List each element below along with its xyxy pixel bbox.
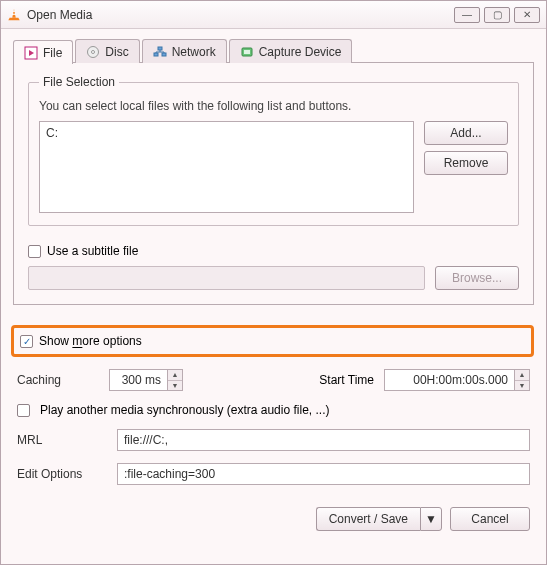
file-list[interactable]: C: — [39, 121, 414, 213]
caching-input[interactable] — [109, 369, 167, 391]
browse-subtitle-button: Browse... — [435, 266, 519, 290]
tab-network-label: Network — [172, 45, 216, 59]
close-button[interactable]: ✕ — [514, 7, 540, 23]
tab-disc[interactable]: Disc — [75, 39, 139, 63]
start-time-label: Start Time — [319, 373, 374, 387]
tab-bar: File Disc Network Capture Device — [13, 39, 534, 63]
window-buttons: — ▢ ✕ — [454, 7, 540, 23]
play-sync-checkbox[interactable] — [17, 404, 30, 417]
svg-point-4 — [92, 50, 95, 53]
network-icon — [153, 45, 167, 59]
subtitle-checkbox[interactable] — [28, 245, 41, 258]
tab-file[interactable]: File — [13, 40, 73, 64]
titlebar[interactable]: Open Media — ▢ ✕ — [1, 1, 546, 29]
minimize-button[interactable]: — — [454, 7, 480, 23]
dialog-body: File Disc Network Capture Device File Se… — [1, 29, 546, 564]
caching-up[interactable]: ▲ — [168, 370, 182, 381]
svg-rect-1 — [12, 13, 16, 14]
tab-disc-label: Disc — [105, 45, 128, 59]
play-file-icon — [24, 46, 38, 60]
dialog-footer: Convert / Save ▼ Cancel — [17, 497, 530, 531]
tab-network[interactable]: Network — [142, 39, 227, 63]
show-more-options-label[interactable]: Show more options — [39, 334, 142, 348]
edit-options-input[interactable] — [117, 463, 530, 485]
tab-capture[interactable]: Capture Device — [229, 39, 353, 63]
maximize-button[interactable]: ▢ — [484, 7, 510, 23]
subtitle-path-field — [28, 266, 425, 290]
mrl-input[interactable] — [117, 429, 530, 451]
start-time-spinner[interactable]: ▲▼ — [384, 369, 530, 391]
start-time-input[interactable] — [384, 369, 514, 391]
window-title: Open Media — [27, 8, 454, 22]
remove-button[interactable]: Remove — [424, 151, 508, 175]
chevron-down-icon: ▼ — [425, 512, 437, 526]
play-sync-label: Play another media synchronously (extra … — [40, 403, 329, 417]
show-more-options-checkbox[interactable]: ✓ — [20, 335, 33, 348]
cancel-button[interactable]: Cancel — [450, 507, 530, 531]
svg-rect-0 — [13, 10, 16, 11]
file-selection-group: File Selection You can select local file… — [28, 75, 519, 226]
convert-save-dropdown[interactable]: ▼ — [420, 507, 442, 531]
edit-options-label: Edit Options — [17, 467, 107, 481]
add-button[interactable]: Add... — [424, 121, 508, 145]
file-selection-legend: File Selection — [39, 75, 119, 89]
start-up[interactable]: ▲ — [515, 370, 529, 381]
svg-rect-6 — [162, 53, 166, 56]
tab-file-label: File — [43, 46, 62, 60]
subtitle-label: Use a subtitle file — [47, 244, 138, 258]
svg-rect-7 — [158, 47, 162, 50]
convert-save-splitbutton[interactable]: Convert / Save ▼ — [316, 507, 442, 531]
caching-spinner[interactable]: ▲▼ — [109, 369, 183, 391]
mrl-label: MRL — [17, 433, 107, 447]
file-selection-description: You can select local files with the foll… — [39, 99, 508, 113]
convert-save-button[interactable]: Convert / Save — [316, 507, 420, 531]
disc-icon — [86, 45, 100, 59]
caching-label: Caching — [17, 373, 99, 387]
start-down[interactable]: ▼ — [515, 381, 529, 391]
vlc-cone-icon — [7, 8, 21, 22]
file-list-item[interactable]: C: — [46, 126, 407, 140]
svg-rect-9 — [244, 50, 250, 54]
show-more-options-highlight: ✓ Show more options — [11, 325, 534, 357]
tab-capture-label: Capture Device — [259, 45, 342, 59]
capture-device-icon — [240, 45, 254, 59]
file-tab-panel: File Selection You can select local file… — [13, 62, 534, 305]
caching-down[interactable]: ▼ — [168, 381, 182, 391]
open-media-window: Open Media — ▢ ✕ File Disc Network Captu… — [0, 0, 547, 565]
svg-rect-5 — [154, 53, 158, 56]
more-options-area: Caching ▲▼ Start Time ▲▼ Play another me… — [13, 369, 534, 552]
